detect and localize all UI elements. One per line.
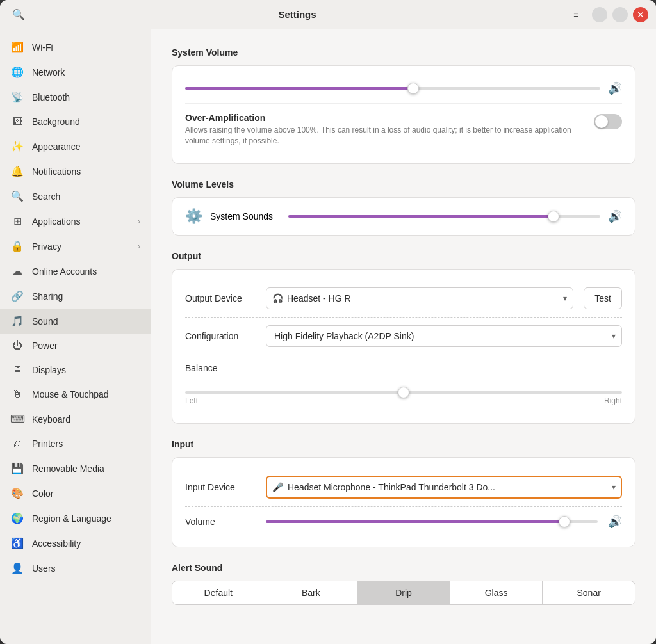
- sidebar-item-keyboard[interactable]: ⌨Keyboard: [0, 407, 151, 431]
- input-device-select[interactable]: Headset Microphone - ThinkPad Thunderbol…: [266, 476, 622, 499]
- test-button[interactable]: Test: [584, 287, 622, 309]
- appearance-icon: ✨: [10, 140, 24, 152]
- volume-levels-card: ⚙️ System Sounds 🔊: [172, 197, 636, 236]
- window-controls: − □ ✕: [592, 7, 648, 22]
- sidebar-item-power[interactable]: ⏻Power: [0, 334, 151, 358]
- over-amplification-toggle[interactable]: [594, 114, 622, 129]
- keyboard-icon: ⌨: [10, 413, 24, 425]
- balance-label: Balance: [185, 363, 256, 373]
- input-vol-icon[interactable]: 🔊: [608, 515, 622, 529]
- configuration-label: Configuration: [185, 331, 256, 341]
- sidebar-item-color-label: Color: [32, 488, 140, 499]
- sidebar-item-search[interactable]: 🔍Search: [0, 184, 151, 209]
- users-icon: 👤: [10, 562, 24, 574]
- output-title: Output: [172, 251, 636, 261]
- sidebar-item-keyboard-label: Keyboard: [32, 414, 140, 424]
- alert-btn-default[interactable]: Default: [172, 581, 265, 604]
- over-amplification-desc: Allows raising the volume above 100%. Th…: [185, 125, 586, 147]
- sidebar-item-printers[interactable]: 🖨Printers: [0, 431, 151, 456]
- sidebar: 📶Wi-Fi🌐Network📡Bluetooth🖼Background✨Appe…: [0, 29, 151, 644]
- main-content: System Volume 🔊 Over-Amplification Allow…: [151, 29, 656, 644]
- input-device-wrapper: 🎤 Headset Microphone - ThinkPad Thunderb…: [266, 476, 622, 499]
- balance-slider-container: Left Right: [185, 386, 622, 405]
- menu-button[interactable]: ≡: [565, 4, 587, 26]
- system-sounds-vol-icon[interactable]: 🔊: [608, 209, 622, 223]
- sidebar-item-users[interactable]: 👤Users: [0, 556, 151, 581]
- sidebar-item-network-label: Network: [32, 67, 140, 77]
- input-device-label: Input Device: [185, 482, 256, 492]
- sidebar-item-applications[interactable]: ⊞Applications›: [0, 209, 151, 234]
- output-device-wrapper: 🎧 Headset - HG R ▾: [266, 287, 573, 309]
- bluetooth-icon: 📡: [10, 91, 24, 103]
- sidebar-item-color[interactable]: 🎨Color: [0, 481, 151, 506]
- volume-icon[interactable]: 🔊: [608, 81, 622, 95]
- search-icon: 🔍: [12, 8, 25, 20]
- accessibility-icon: ♿: [10, 537, 24, 549]
- sidebar-item-displays[interactable]: 🖥Displays: [0, 358, 151, 382]
- config-select[interactable]: High Fidelity Playback (A2DP Sink): [266, 325, 622, 347]
- sidebar-item-online-accounts[interactable]: ☁Online Accounts: [0, 259, 151, 284]
- sidebar-item-sharing-label: Sharing: [32, 291, 140, 302]
- balance-thumb: [398, 387, 409, 398]
- sound-icon: 🎵: [10, 315, 24, 327]
- over-amplification-row: Over-Amplification Allows raising the vo…: [185, 106, 622, 153]
- minimize-button[interactable]: −: [592, 7, 607, 22]
- sidebar-item-privacy[interactable]: 🔒Privacy›: [0, 234, 151, 259]
- input-volume-row: Volume 🔊: [185, 507, 622, 536]
- system-volume-row: 🔊: [185, 76, 622, 101]
- sidebar-item-bluetooth-label: Bluetooth: [32, 92, 140, 102]
- applications-icon: ⊞: [10, 215, 24, 227]
- sidebar-item-notifications-label: Notifications: [32, 166, 140, 177]
- search-button[interactable]: 🔍: [8, 4, 29, 26]
- input-volume-slider[interactable]: [266, 520, 598, 523]
- sidebar-item-mouse-touchpad-label: Mouse & Touchpad: [32, 389, 140, 399]
- sidebar-item-background[interactable]: 🖼Background: [0, 109, 151, 134]
- configuration-row: Configuration High Fidelity Playback (A2…: [185, 318, 622, 355]
- output-device-select[interactable]: Headset - HG R: [266, 287, 573, 309]
- close-button[interactable]: ✕: [633, 7, 648, 22]
- alert-sound-buttons: DefaultBarkDripGlassSonar: [172, 581, 636, 605]
- sidebar-item-appearance-label: Appearance: [32, 141, 140, 152]
- balance-left-label: Left: [185, 396, 198, 405]
- system-sounds-row: ⚙️ System Sounds 🔊: [185, 208, 622, 225]
- system-sounds-icon: ⚙️: [185, 208, 202, 225]
- sidebar-item-sound[interactable]: 🎵Sound: [0, 309, 151, 334]
- sidebar-item-mouse-touchpad[interactable]: 🖱Mouse & Touchpad: [0, 382, 151, 407]
- region-language-icon: 🌍: [10, 512, 24, 524]
- online-accounts-icon: ☁: [10, 265, 24, 277]
- privacy-icon: 🔒: [10, 240, 24, 252]
- input-title: Input: [172, 439, 636, 449]
- alert-btn-drip[interactable]: Drip: [357, 581, 450, 604]
- sidebar-item-region-language[interactable]: 🌍Region & Language: [0, 506, 151, 531]
- sidebar-item-region-language-label: Region & Language: [32, 513, 140, 524]
- toggle-knob: [595, 115, 608, 128]
- system-volume-slider[interactable]: [185, 87, 600, 90]
- alert-btn-sonar[interactable]: Sonar: [543, 581, 635, 604]
- sidebar-item-applications-label: Applications: [32, 216, 138, 227]
- titlebar: 🔍 Settings ≡ − □ ✕: [0, 0, 656, 29]
- sidebar-item-removable-media[interactable]: 💾Removable Media: [0, 456, 151, 481]
- balance-right-label: Right: [604, 396, 622, 405]
- balance-slider[interactable]: [185, 391, 622, 394]
- sidebar-item-search-label: Search: [32, 191, 140, 202]
- output-device-row: Output Device 🎧 Headset - HG R ▾ Test: [185, 280, 622, 317]
- titlebar-title: Settings: [29, 9, 565, 20]
- search-icon: 🔍: [10, 190, 24, 202]
- sharing-icon: 🔗: [10, 290, 24, 302]
- alert-btn-bark[interactable]: Bark: [265, 581, 358, 604]
- sidebar-item-background-label: Background: [32, 117, 140, 127]
- sidebar-item-accessibility[interactable]: ♿Accessibility: [0, 531, 151, 556]
- maximize-button[interactable]: □: [612, 7, 628, 22]
- system-sounds-slider[interactable]: [288, 215, 600, 218]
- over-amplification-text: Over-Amplification Allows raising the vo…: [185, 113, 586, 147]
- sidebar-item-bluetooth[interactable]: 📡Bluetooth: [0, 85, 151, 109]
- alert-sound-title: Alert Sound: [172, 563, 636, 573]
- sidebar-item-appearance[interactable]: ✨Appearance: [0, 134, 151, 159]
- sidebar-item-sharing[interactable]: 🔗Sharing: [0, 284, 151, 309]
- removable-media-icon: 💾: [10, 462, 24, 474]
- sidebar-item-network[interactable]: 🌐Network: [0, 60, 151, 85]
- alert-btn-glass[interactable]: Glass: [450, 581, 543, 604]
- sidebar-item-wifi[interactable]: 📶Wi-Fi: [0, 35, 151, 60]
- over-amplification-title: Over-Amplification: [185, 113, 586, 123]
- sidebar-item-notifications[interactable]: 🔔Notifications: [0, 159, 151, 184]
